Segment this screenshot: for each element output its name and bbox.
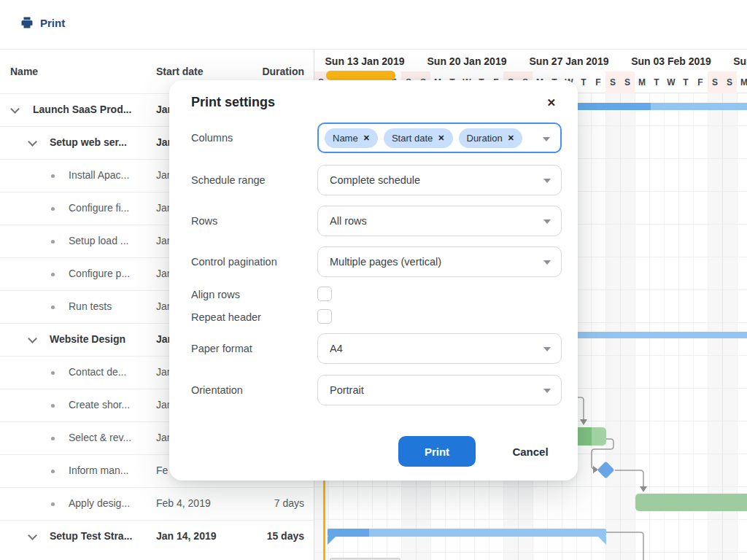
top-toolbar: Print	[0, 0, 747, 50]
day-header-cell: S	[722, 71, 737, 93]
control-pagination-label: Control pagination	[191, 256, 277, 268]
paper-format-value: A4	[330, 343, 343, 354]
day-header-cell: F	[591, 71, 605, 93]
print-button[interactable]: Print	[20, 16, 65, 29]
leaf-bullet-icon	[51, 306, 55, 309]
chip-label: Duration	[467, 133, 503, 144]
rows-label: Rows	[191, 215, 217, 227]
column-header-start-date[interactable]: Start date	[156, 66, 204, 77]
task-start-date: Fe	[156, 464, 168, 476]
columns-multiselect[interactable]: Name✕Start date✕Duration✕	[317, 122, 562, 153]
schedule-range-label: Schedule range	[191, 174, 266, 186]
schedule-range-value: Complete schedule	[330, 174, 420, 186]
chevron-down-icon[interactable]	[543, 137, 550, 141]
task-name: Apply desig...	[69, 497, 130, 509]
print-confirm-button[interactable]: Print	[398, 436, 476, 467]
print-settings-dialog: Print settings ✕ Columns Name✕Start date…	[169, 80, 578, 481]
chip-remove-icon[interactable]: ✕	[508, 133, 514, 143]
task-name: Contact de...	[69, 366, 126, 378]
day-header-cell: S	[620, 71, 635, 93]
day-header-cell: T	[678, 71, 693, 93]
leaf-bullet-icon	[51, 502, 55, 506]
day-header-cell: S	[605, 71, 620, 93]
leaf-bullet-icon	[51, 470, 55, 473]
task-duration: 7 days	[274, 497, 304, 509]
task-name: Create shor...	[69, 399, 130, 411]
orientation-select[interactable]: Portrait	[317, 375, 562, 405]
day-header-cell: S	[708, 71, 722, 93]
task-name: Setup load ...	[69, 235, 129, 246]
expand-collapse-chevron-icon[interactable]	[28, 531, 37, 540]
chevron-down-icon	[543, 219, 551, 224]
repeat-header-checkbox[interactable]	[317, 309, 332, 324]
column-chip: Start date✕	[384, 128, 453, 148]
chip-remove-icon[interactable]: ✕	[363, 133, 370, 143]
orientation-value: Portrait	[330, 384, 364, 396]
task-name: Setup web ser...	[50, 136, 127, 148]
schedule-range-select[interactable]: Complete schedule	[317, 165, 562, 195]
paper-format-select[interactable]: A4	[317, 333, 562, 364]
leaf-bullet-icon	[51, 404, 55, 408]
task-bar-setup-test-strategy[interactable]	[328, 529, 606, 537]
task-name: Configure fi...	[69, 202, 129, 214]
week-header-cell: Sun 03 Feb 2019	[620, 50, 722, 71]
day-header-cell: M	[737, 71, 747, 93]
leaf-bullet-icon	[51, 174, 55, 178]
task-name: Launch SaaS Prod...	[33, 104, 131, 115]
repeat-header-label: Repeat header	[191, 311, 261, 323]
print-button-label: Print	[40, 17, 65, 29]
chip-remove-icon[interactable]: ✕	[438, 133, 444, 143]
control-pagination-value: Multiple pages (vertical)	[330, 256, 441, 268]
header-highlight-bar	[326, 71, 395, 80]
parent-bar-left-tail	[328, 537, 336, 545]
task-bar-apply-design[interactable]	[635, 494, 747, 511]
week-header-cell: Sun 10 Feb 2019	[722, 50, 747, 71]
chevron-down-icon	[543, 260, 551, 265]
column-header-duration[interactable]: Duration	[262, 66, 304, 77]
paper-format-label: Paper format	[191, 343, 252, 354]
task-name: Run tests	[69, 300, 112, 312]
printer-icon	[20, 16, 34, 29]
leaf-bullet-icon	[51, 273, 55, 276]
task-duration: 15 days	[267, 530, 304, 542]
task-start-date: Jan 14, 2019	[156, 530, 217, 542]
task-name: Website Design	[50, 333, 125, 345]
leaf-bullet-icon	[51, 207, 55, 211]
chevron-down-icon	[543, 347, 551, 351]
chip-label: Name	[333, 133, 358, 144]
task-start-date: Feb 4, 2019	[156, 497, 211, 509]
chip-label: Start date	[392, 133, 433, 144]
expand-collapse-chevron-icon[interactable]	[28, 334, 37, 343]
task-name: Configure p...	[69, 268, 130, 279]
leaf-bullet-icon	[51, 240, 55, 244]
columns-label: Columns	[191, 132, 233, 144]
week-header-cell: Sun 20 Jan 2019	[416, 50, 518, 71]
rows-select[interactable]: All rows	[317, 206, 562, 236]
day-header-cell: T	[649, 71, 664, 93]
task-name: Setup Test Stra...	[50, 530, 132, 542]
task-name: Inform man...	[69, 464, 128, 476]
cancel-button[interactable]: Cancel	[499, 436, 562, 467]
align-rows-checkbox[interactable]	[317, 287, 332, 301]
expand-collapse-chevron-icon[interactable]	[10, 104, 20, 114]
column-header-name[interactable]: Name	[10, 66, 38, 77]
day-header-cell: M	[635, 71, 649, 93]
close-icon[interactable]: ✕	[546, 96, 556, 109]
day-header-cell: W	[664, 71, 678, 93]
task-row[interactable]: Apply desig...Feb 4, 20197 days	[0, 487, 314, 520]
rows-value: All rows	[330, 215, 367, 227]
column-chip: Duration✕	[459, 128, 522, 148]
task-bar-setup-test-strategy-progress	[328, 529, 369, 537]
control-pagination-select[interactable]: Multiple pages (vertical)	[317, 246, 562, 277]
column-chip: Name✕	[325, 128, 378, 148]
expand-collapse-chevron-icon[interactable]	[28, 137, 37, 147]
dialog-title: Print settings	[191, 95, 275, 110]
orientation-label: Orientation	[191, 384, 243, 396]
chevron-down-icon	[543, 179, 551, 183]
leaf-bullet-icon	[51, 371, 55, 375]
week-header-cell: Sun 13 Jan 2019	[314, 50, 416, 71]
task-row[interactable]: Setup Test Stra...Jan 14, 201915 days	[0, 520, 314, 553]
leaf-bullet-icon	[51, 437, 55, 440]
day-header-cell: F	[693, 71, 708, 93]
parent-bar-right-tail	[598, 537, 606, 545]
